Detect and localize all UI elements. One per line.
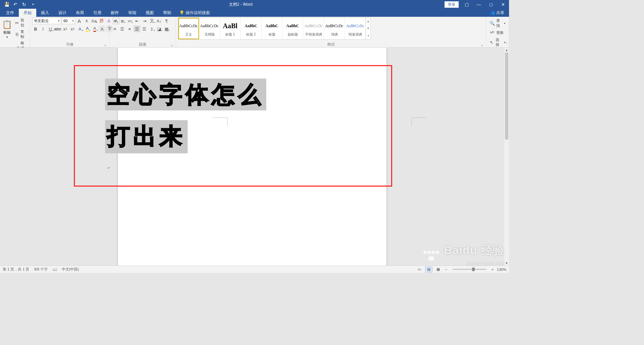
find-button[interactable]: 🔍查找▾ <box>488 17 507 29</box>
style-item-8[interactable]: AaBbCcDc明显强调 <box>345 18 366 39</box>
bullets-button[interactable]: ≡▾ <box>111 17 118 24</box>
document-text-line2: 打出来 <box>107 121 186 151</box>
style-item-1[interactable]: AaBbCcDc无间隔 <box>199 18 220 39</box>
align-center-button[interactable]: ☰ <box>119 26 126 32</box>
increase-indent-button[interactable]: ⇥ <box>141 17 148 24</box>
close-button[interactable]: ✕ <box>497 0 509 9</box>
tab-mailings[interactable]: 邮件 <box>106 9 124 17</box>
strikethrough-button[interactable]: abc <box>54 26 61 32</box>
paragraph-dialog-launcher[interactable]: ↘ <box>170 43 174 47</box>
selected-text-line2[interactable]: 打出来 <box>105 120 188 153</box>
numbering-button[interactable]: ≣▾ <box>119 17 126 24</box>
align-justify-button[interactable]: ☰ <box>134 26 140 32</box>
copy-button[interactable]: ⎘复制 <box>13 29 28 40</box>
clear-format-button[interactable]: A <box>105 17 112 24</box>
borders-button[interactable]: ▦▾ <box>163 26 170 32</box>
style-name-label: 副标题 <box>288 32 298 37</box>
group-clipboard: 📋 粘贴 ▾ ✂剪切 ⎘复制 🖌格式刷 剪贴板↘ <box>0 17 30 47</box>
scroll-track[interactable] <box>504 52 509 261</box>
style-item-0[interactable]: AaBbCcDc正文 <box>178 18 199 39</box>
font-color-button[interactable]: A▾ <box>91 26 98 32</box>
ribbon-options-button[interactable]: ▢ <box>461 0 473 9</box>
maximize-button[interactable]: ◻ <box>485 0 497 9</box>
paste-button[interactable]: 📋 粘贴 ▾ <box>2 17 12 41</box>
select-button[interactable]: ↖选择▾ <box>488 37 507 48</box>
scroll-thumb[interactable] <box>505 52 508 140</box>
font-dialog-launcher[interactable]: ↘ <box>103 43 107 47</box>
italic-button[interactable]: I <box>40 26 46 32</box>
zoom-in-button[interactable]: + <box>490 267 495 272</box>
tab-home[interactable]: 开始 <box>19 9 36 17</box>
login-button[interactable]: 登录 <box>445 1 459 8</box>
zoom-out-button[interactable]: − <box>444 267 449 272</box>
sort-button[interactable]: A↓ <box>156 17 163 24</box>
line-spacing-button[interactable]: ‡▾ <box>148 26 155 32</box>
shrink-font-button[interactable]: A <box>83 17 90 24</box>
collapse-ribbon-button[interactable]: ˄ <box>506 42 508 47</box>
grow-font-button[interactable]: A <box>76 17 83 24</box>
page-status[interactable]: 第 1 页，共 1 页 <box>3 267 29 272</box>
zoom-level[interactable]: 130% <box>497 267 506 272</box>
font-name-select[interactable]: 华文彩云 <box>32 17 61 24</box>
style-name-label: 标题 <box>269 32 275 37</box>
styles-more-button[interactable]: ▲▼▾ <box>366 18 370 39</box>
char-shading-button[interactable]: A <box>99 26 105 32</box>
zoom-slider[interactable] <box>453 269 486 270</box>
decrease-indent-button[interactable]: ⇤ <box>134 17 140 24</box>
scroll-down-button[interactable]: ▼ <box>504 261 509 265</box>
style-item-5[interactable]: AaBbC副标题 <box>282 18 303 39</box>
show-marks-button[interactable]: ¶ <box>163 17 170 24</box>
subscript-button[interactable]: x2 <box>62 26 68 32</box>
save-button[interactable]: 💾 <box>3 0 11 8</box>
share-button[interactable]: 👥 共享 <box>485 10 509 16</box>
styles-dialog-launcher[interactable]: ↘ <box>480 43 484 47</box>
selected-text-line1[interactable]: 空心字体怎么 <box>105 79 266 110</box>
style-name-label: 明显强调 <box>349 32 362 37</box>
qat-customize[interactable]: ▾ <box>29 0 37 8</box>
scroll-up-button[interactable]: ▲ <box>504 48 509 52</box>
asian-layout-button[interactable]: 文▾ <box>148 17 155 24</box>
language-status[interactable]: 中文(中国) <box>62 267 79 272</box>
underline-button[interactable]: U▾ <box>47 26 54 32</box>
tab-file[interactable]: 文件 <box>1 9 19 17</box>
style-item-6[interactable]: AaBbCcDc不明显强调 <box>303 18 324 39</box>
tab-view[interactable]: 视图 <box>141 9 158 17</box>
tab-layout[interactable]: 布局 <box>71 9 89 17</box>
vertical-scrollbar[interactable]: ▲ ▼ <box>504 48 509 265</box>
tab-insert[interactable]: 插入 <box>36 9 54 17</box>
text-effects-button[interactable]: A▾ <box>77 26 83 32</box>
align-right-button[interactable]: ≡ <box>126 26 133 32</box>
superscript-button[interactable]: x2 <box>69 26 76 32</box>
zoom-thumb[interactable] <box>472 267 475 271</box>
undo-button[interactable]: ↶ <box>11 0 19 8</box>
print-layout-button[interactable]: ▤ <box>425 266 432 273</box>
word-count[interactable]: 9/9 个字 <box>34 267 47 272</box>
style-item-7[interactable]: AaBbCcDc强调 <box>324 18 345 39</box>
redo-button[interactable]: ↻ <box>20 0 28 8</box>
cut-button[interactable]: ✂剪切 <box>13 17 28 28</box>
style-preview: AaBbC <box>265 20 278 32</box>
font-size-select[interactable]: 60 <box>62 17 75 24</box>
style-item-3[interactable]: AaBbC标题 2 <box>241 18 262 39</box>
tell-me-search[interactable]: 💡 操作说明搜索 <box>176 10 213 16</box>
multilevel-list-button[interactable]: ≔▾ <box>126 17 133 24</box>
phonetic-guide-button[interactable]: 拼 <box>98 17 105 24</box>
highlight-button[interactable]: A▾ <box>84 26 91 32</box>
distribute-button[interactable]: ☰ <box>141 26 148 32</box>
shading-button[interactable]: ◪▾ <box>156 26 163 32</box>
web-layout-button[interactable]: ▦ <box>434 266 442 273</box>
style-item-4[interactable]: AaBbC标题 <box>262 18 282 39</box>
style-item-2[interactable]: AaBl标题 1 <box>220 18 241 39</box>
change-case-button[interactable]: Aa▾ <box>91 17 97 24</box>
tab-references[interactable]: 引用 <box>89 9 106 17</box>
minimize-button[interactable]: — <box>473 0 485 9</box>
tab-design[interactable]: 设计 <box>54 9 71 17</box>
style-name-label: 标题 1 <box>225 32 235 37</box>
bold-button[interactable]: B <box>32 26 39 32</box>
spellcheck-icon[interactable]: 📖 <box>52 267 57 272</box>
tab-review[interactable]: 审阅 <box>124 9 141 17</box>
tab-help[interactable]: 帮助 <box>158 9 176 17</box>
align-left-button[interactable]: ≡ <box>111 26 118 32</box>
read-mode-button[interactable]: ▭ <box>416 266 423 273</box>
replace-button[interactable]: ᵃ⁄ᵇ替换 <box>488 30 507 36</box>
